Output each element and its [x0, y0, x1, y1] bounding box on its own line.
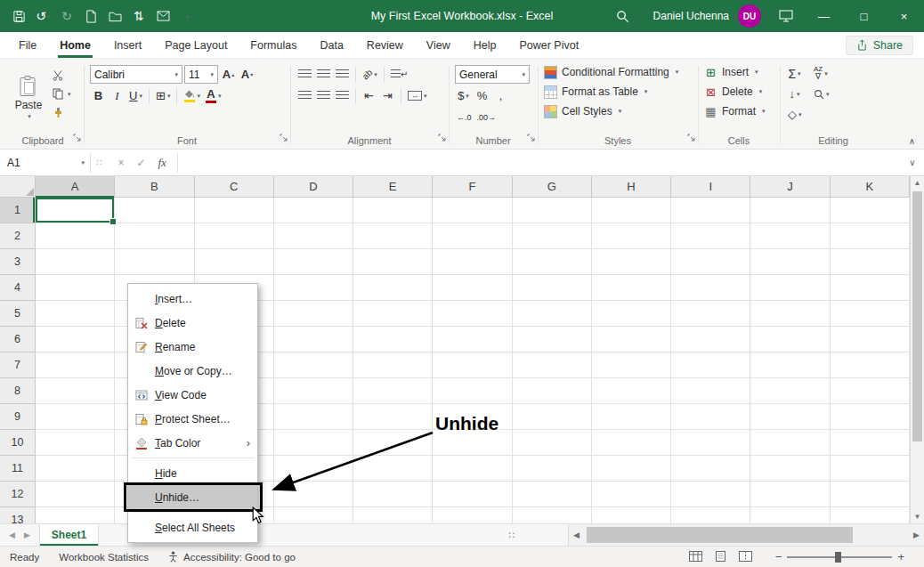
- cell-I3[interactable]: [671, 249, 750, 275]
- cell-A2[interactable]: [36, 223, 115, 249]
- number-dialog-launcher-icon[interactable]: [527, 129, 535, 145]
- redo-icon[interactable]: ↻: [55, 4, 78, 28]
- fill-color-button[interactable]: ▾: [182, 86, 202, 105]
- share-button[interactable]: Share: [846, 36, 913, 55]
- cell-E8[interactable]: [353, 378, 433, 404]
- cell-K10[interactable]: [831, 430, 910, 456]
- qat-customize-icon[interactable]: ▾: [175, 4, 199, 28]
- column-header-H[interactable]: H: [592, 176, 671, 197]
- cell-G4[interactable]: [513, 275, 592, 301]
- cell-E5[interactable]: [353, 301, 433, 327]
- cell-E1[interactable]: [353, 198, 433, 223]
- cell-F13[interactable]: [433, 507, 512, 523]
- insert-function-icon[interactable]: fx: [158, 156, 166, 170]
- cell-A9[interactable]: [36, 404, 115, 430]
- insert-cells-button[interactable]: ⊞Insert▾: [704, 62, 774, 82]
- name-box[interactable]: A1▾: [2, 153, 91, 173]
- zoom-slider-handle[interactable]: [835, 552, 841, 563]
- search-icon[interactable]: [605, 0, 641, 32]
- number-format-select[interactable]: General▾: [455, 65, 530, 84]
- sheet-tab-sheet1[interactable]: Sheet1: [39, 524, 99, 546]
- scroll-right-icon[interactable]: ▶: [909, 531, 924, 539]
- cell-G7[interactable]: [513, 352, 592, 378]
- sort-icon[interactable]: ⇅: [127, 4, 150, 28]
- cell-G13[interactable]: [513, 507, 592, 523]
- cell-D9[interactable]: [274, 404, 353, 430]
- accessibility-status[interactable]: Accessibility: Good to go: [158, 547, 305, 567]
- tab-data[interactable]: Data: [308, 32, 354, 58]
- zoom-in-icon[interactable]: +: [892, 550, 910, 563]
- prev-sheet-icon[interactable]: ◀: [9, 531, 15, 539]
- minimize-button[interactable]: —: [804, 0, 844, 32]
- tab-file[interactable]: File: [7, 32, 48, 58]
- cell-B3[interactable]: [115, 249, 194, 275]
- copy-icon[interactable]: ▾: [53, 86, 71, 101]
- align-left-button[interactable]: [296, 86, 313, 105]
- orientation-button[interactable]: ab▾: [361, 65, 379, 84]
- menu-item-select-all-sheets[interactable]: Select All Sheets: [128, 515, 257, 539]
- formula-splitter[interactable]: ∷: [91, 158, 107, 167]
- top-align-button[interactable]: [296, 65, 313, 84]
- format-cells-button[interactable]: ▦Format▾: [704, 101, 774, 121]
- cell-F7[interactable]: [433, 352, 512, 378]
- cell-H2[interactable]: [592, 223, 671, 249]
- cell-K12[interactable]: [831, 482, 910, 507]
- cell-K9[interactable]: [831, 404, 910, 430]
- cell-K7[interactable]: [831, 352, 910, 378]
- row-header-10[interactable]: 10: [0, 430, 36, 456]
- save-icon[interactable]: [7, 4, 30, 28]
- tab-formulas[interactable]: Formulas: [239, 32, 308, 58]
- column-header-G[interactable]: G: [513, 176, 592, 197]
- cell-A8[interactable]: [36, 378, 115, 404]
- cell-G12[interactable]: [513, 482, 592, 507]
- cell-C2[interactable]: [195, 223, 274, 249]
- display-settings-icon[interactable]: [768, 0, 804, 32]
- cell-I1[interactable]: [671, 198, 750, 223]
- italic-button[interactable]: I: [109, 86, 126, 105]
- email-icon[interactable]: [151, 4, 174, 28]
- cell-K13[interactable]: [831, 507, 910, 523]
- cell-I11[interactable]: [671, 456, 750, 482]
- cell-F5[interactable]: [433, 301, 512, 327]
- align-right-button[interactable]: [334, 86, 351, 105]
- cell-D4[interactable]: [274, 275, 353, 301]
- column-header-J[interactable]: J: [750, 176, 830, 197]
- tab-review[interactable]: Review: [355, 32, 415, 58]
- cell-H3[interactable]: [592, 249, 671, 275]
- row-header-4[interactable]: 4: [0, 275, 36, 301]
- cell-D3[interactable]: [274, 249, 353, 275]
- cell-E7[interactable]: [353, 352, 433, 378]
- undo-icon[interactable]: ↺▾: [31, 4, 54, 28]
- cell-K8[interactable]: [831, 378, 910, 404]
- menu-item-rename[interactable]: Rename: [128, 335, 257, 359]
- cell-D7[interactable]: [274, 352, 353, 378]
- scroll-down-icon[interactable]: ▼: [914, 510, 921, 523]
- row-header-5[interactable]: 5: [0, 301, 36, 327]
- select-all-corner[interactable]: [0, 176, 36, 197]
- column-header-F[interactable]: F: [433, 176, 512, 197]
- cell-J1[interactable]: [750, 198, 830, 223]
- row-header-8[interactable]: 8: [0, 378, 36, 404]
- horizontal-scrollbar[interactable]: ◀ ▶: [568, 524, 924, 546]
- column-header-A[interactable]: A: [36, 176, 115, 197]
- cell-E3[interactable]: [353, 249, 433, 275]
- row-header-11[interactable]: 11: [0, 456, 36, 482]
- close-button[interactable]: ×: [884, 0, 924, 32]
- cell-H11[interactable]: [592, 456, 671, 482]
- cell-H5[interactable]: [592, 301, 671, 327]
- cut-icon[interactable]: [53, 68, 71, 83]
- cell-G5[interactable]: [513, 301, 592, 327]
- cell-H8[interactable]: [592, 378, 671, 404]
- shrink-font-button[interactable]: A▾: [239, 65, 255, 84]
- scroll-left-icon[interactable]: ◀: [569, 531, 584, 539]
- cell-D1[interactable]: [274, 198, 353, 223]
- cell-I6[interactable]: [671, 327, 750, 352]
- clear-button[interactable]: ◇▾: [786, 105, 804, 124]
- merge-center-button[interactable]: ↔▾: [406, 86, 429, 105]
- formula-input[interactable]: [178, 150, 901, 175]
- cell-G10[interactable]: [513, 430, 592, 456]
- autosum-button[interactable]: Σ▾: [786, 64, 803, 83]
- cell-E6[interactable]: [353, 327, 433, 352]
- column-header-K[interactable]: K: [831, 176, 910, 197]
- cell-K6[interactable]: [831, 327, 910, 352]
